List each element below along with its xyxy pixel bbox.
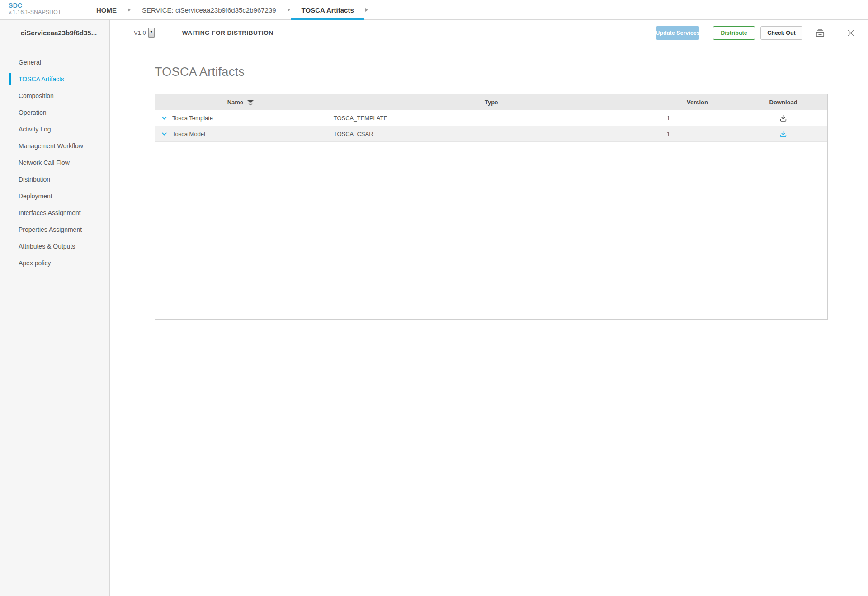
lifecycle-status-text: WAITING FOR DISTRIBUTION [182,29,274,36]
sort-icon [246,99,255,106]
close-button[interactable] [846,28,855,38]
sidebar-item-operation[interactable]: Operation [0,104,109,121]
distribute-button[interactable]: Distribute [713,26,755,40]
column-header-name[interactable]: Name [155,94,327,110]
column-header-name-label: Name [227,99,243,106]
artifact-name-cell: Tosca Model [155,126,327,141]
table-row: Tosca Template TOSCA_TEMPLATE 1 [155,110,827,126]
chevron-down-icon [161,115,168,122]
sidebar-item-activity-log[interactable]: Activity Log [0,121,109,137]
table-header-row: Name Type Version Download [155,94,827,110]
sidebar-item-interfaces-assignment[interactable]: Interfaces Assignment [0,204,109,221]
sidebar-item-management-workflow[interactable]: Management Workflow [0,137,109,154]
check-out-button[interactable]: Check Out [760,26,802,40]
sidebar-item-deployment[interactable]: Deployment [0,188,109,204]
artifact-download-cell [739,126,827,141]
sidebar-item-apex-policy[interactable]: Apex policy [0,254,109,271]
column-header-version[interactable]: Version [656,94,739,110]
sidebar-item-tosca-artifacts[interactable]: TOSCA Artifacts [0,70,109,87]
artifact-version-cell: 1 [656,126,739,141]
page-title: TOSCA Artifacts [155,65,868,79]
download-button[interactable] [779,130,788,138]
sdc-logo[interactable]: SDC v.1.16.1-SNAPSHOT [9,2,61,15]
toolbar: V1.0 ▼ WAITING FOR DISTRIBUTION Update S… [110,20,868,46]
artifact-type-cell: TOSCA_TEMPLATE [327,110,656,126]
column-header-type[interactable]: Type [327,94,656,110]
artifact-version-cell: 1 [656,110,739,126]
artifact-name-label: Tosca Model [172,131,205,137]
version-selector-dropdown[interactable]: ▼ [148,28,155,38]
tosca-artifacts-table: Name Type Version Download [155,94,828,320]
column-header-download[interactable]: Download [739,94,827,110]
artifact-name-label: Tosca Template [172,115,213,122]
logo-version: v.1.16.1-SNAPSHOT [9,9,61,15]
sidebar-item-properties-assignment[interactable]: Properties Assignment [0,221,109,238]
sidebar-item-attributes-outputs[interactable]: Attributes & Outputs [0,238,109,254]
breadcrumb-service[interactable]: SERVICE: ciServiceaa23b9f6d35c2b967239 [132,0,287,20]
sidebar-item-general[interactable]: General [0,54,109,70]
breadcrumb-tosca-artifacts-active[interactable]: TOSCA Artifacts [291,0,364,20]
expand-row-button[interactable] [161,115,168,122]
version-label: V1.0 [134,29,146,36]
toolbar-actions: Update Services Distribute Check Out [656,26,868,40]
breadcrumb-arrow-icon [288,8,290,12]
expand-row-button[interactable] [161,131,168,137]
service-name-title: ciServiceaa23b9f6d35... [13,29,97,37]
sidebar-item-network-call-flow[interactable]: Network Call Flow [0,154,109,171]
table-row: Tosca Model TOSCA_CSAR 1 [155,126,827,142]
table-empty-area [155,142,827,319]
breadcrumb-arrow-icon [365,8,368,12]
sidebar-header: ciServiceaa23b9f6d35... [0,20,110,46]
toolbar-divider [836,26,836,40]
artifact-name-cell: Tosca Template [155,110,327,126]
download-button[interactable] [779,114,788,122]
print-icon [814,27,826,39]
breadcrumb-arrow-icon [128,8,131,12]
close-icon [846,28,855,38]
sidebar-item-distribution[interactable]: Distribution [0,171,109,188]
breadcrumb-home[interactable]: HOME [86,0,127,20]
main-content: TOSCA Artifacts Name Type Version Downlo… [110,46,868,596]
sidebar-nav: General TOSCA Artifacts Composition Oper… [0,46,110,596]
artifact-download-cell [739,110,827,126]
download-icon [779,114,788,122]
top-header: SDC v.1.16.1-SNAPSHOT HOME SERVICE: ciSe… [0,0,868,20]
artifact-type-cell: TOSCA_CSAR [327,126,656,141]
logo-title: SDC [9,2,61,9]
print-button[interactable] [814,27,826,39]
dropdown-arrow-icon: ▼ [150,30,153,33]
update-services-button[interactable]: Update Services [656,26,699,40]
toolbar-divider [162,23,162,42]
chevron-down-icon [161,131,168,137]
breadcrumb: HOME SERVICE: ciServiceaa23b9f6d35c2b967… [86,0,369,20]
sidebar-item-composition[interactable]: Composition [0,87,109,104]
download-icon [779,130,788,138]
sdc-app: SDC v.1.16.1-SNAPSHOT HOME SERVICE: ciSe… [0,0,868,596]
